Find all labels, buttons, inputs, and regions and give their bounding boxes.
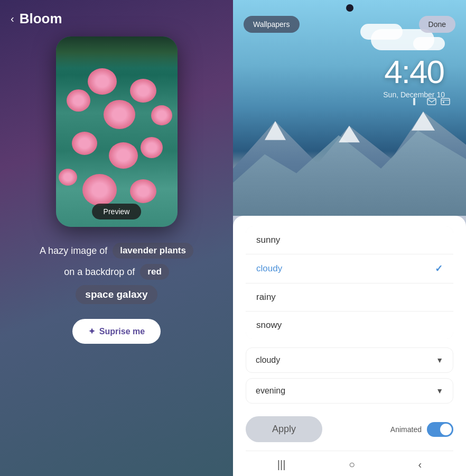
weather-label-sunny: sunny	[256, 235, 280, 245]
svg-rect-0	[413, 98, 415, 105]
svg-rect-2	[441, 98, 450, 105]
back-button[interactable]: ‹	[11, 13, 14, 25]
weather-option-snowy[interactable]: snowy	[246, 311, 453, 339]
tree-3	[104, 100, 135, 129]
tree-5	[151, 105, 172, 125]
right-panel: Wallpapers Done 4:40 Sun, December 10	[233, 0, 466, 476]
tree-6	[72, 132, 97, 155]
dropdown2-arrow-icon: ▼	[436, 387, 443, 395]
dropdown2-label: evening	[256, 386, 285, 396]
weather-option-sunny[interactable]: sunny	[246, 226, 453, 254]
lockscreen-icons	[413, 98, 450, 105]
message-icon	[427, 98, 436, 105]
forest-bg	[56, 36, 178, 68]
bottom-sheet: sunny cloudy ✓ rainy snowy cloudy ▼ even…	[233, 216, 466, 476]
toggle-thumb	[440, 424, 452, 435]
left-panel: ‹ Bloom Preview A hazy image of lavender…	[0, 0, 233, 476]
desc-line-1: A hazy image of lavender plants	[40, 243, 193, 259]
desc-prefix-1: A hazy image of	[40, 245, 107, 257]
tree-10	[130, 179, 156, 203]
surprise-label: Suprise me	[99, 327, 145, 336]
weather-options-list: sunny cloudy ✓ rainy snowy	[246, 226, 453, 339]
left-header: ‹ Bloom	[11, 11, 222, 27]
desc-tag-lavender: lavender plants	[113, 243, 193, 259]
app-title: Bloom	[20, 11, 62, 27]
nav-recent-icon[interactable]: ‹	[418, 459, 422, 471]
svg-rect-4	[443, 102, 444, 103]
svg-rect-1	[427, 98, 436, 105]
sparkle-icon: ✦	[88, 326, 95, 336]
mountain-bg	[233, 97, 466, 216]
dropdown1-label: cloudy	[256, 355, 280, 365]
animated-row: Animated	[390, 422, 453, 437]
tree-8	[141, 137, 163, 158]
desc-line-2: on a backdrop of red	[64, 264, 169, 280]
surprise-button[interactable]: ✦ Suprise me	[72, 319, 161, 344]
description-area: A hazy image of lavender plants on a bac…	[40, 243, 193, 304]
calendar-icon	[441, 98, 450, 105]
dropdown-evening[interactable]: evening ▼	[246, 378, 453, 404]
done-button[interactable]: Done	[419, 16, 455, 33]
desc-line-3: space galaxy	[76, 285, 157, 304]
tree-2	[67, 89, 90, 112]
weather-label-snowy: snowy	[256, 320, 282, 331]
desc-tag-galaxy: space galaxy	[76, 285, 157, 304]
preview-label: Preview	[92, 204, 142, 219]
nav-bar: ||| ○ ‹	[246, 451, 453, 476]
check-icon: ✓	[435, 263, 443, 274]
camera-notch	[346, 4, 353, 12]
phone-preview: Preview	[56, 36, 178, 227]
apply-row: Apply Animated	[246, 409, 453, 451]
weather-label-cloudy: cloudy	[256, 263, 282, 274]
desc-tag-red: red	[140, 264, 169, 280]
phone-wallpaper	[56, 36, 178, 227]
clock-display: 4:40 Sun, December 10	[383, 53, 445, 99]
tree-7	[109, 142, 138, 169]
clock-time: 4:40	[383, 53, 445, 90]
wallpapers-button[interactable]: Wallpapers	[244, 16, 300, 33]
tree-1	[88, 68, 117, 95]
tree-9	[82, 174, 117, 206]
weather-label-rainy: rainy	[256, 292, 276, 303]
nav-back-icon[interactable]: |||	[277, 459, 286, 471]
flash-icon	[413, 98, 423, 105]
tree-11	[59, 169, 77, 186]
mountain-svg	[233, 97, 466, 216]
apply-button[interactable]: Apply	[246, 416, 322, 442]
weather-option-rainy[interactable]: rainy	[246, 283, 453, 311]
phone-screen-area: Wallpapers Done 4:40 Sun, December 10	[233, 0, 466, 216]
cloud-3	[413, 37, 445, 50]
weather-option-cloudy[interactable]: cloudy ✓	[246, 254, 453, 283]
screen-nav: Wallpapers Done	[233, 16, 466, 33]
tree-4	[130, 79, 156, 103]
animated-label: Animated	[390, 425, 422, 434]
desc-prefix-2: on a backdrop of	[64, 267, 135, 278]
dropdown1-arrow-icon: ▼	[436, 356, 443, 364]
nav-home-icon[interactable]: ○	[349, 459, 355, 471]
dropdown-cloudy[interactable]: cloudy ▼	[246, 347, 453, 373]
animated-toggle[interactable]	[427, 422, 453, 437]
